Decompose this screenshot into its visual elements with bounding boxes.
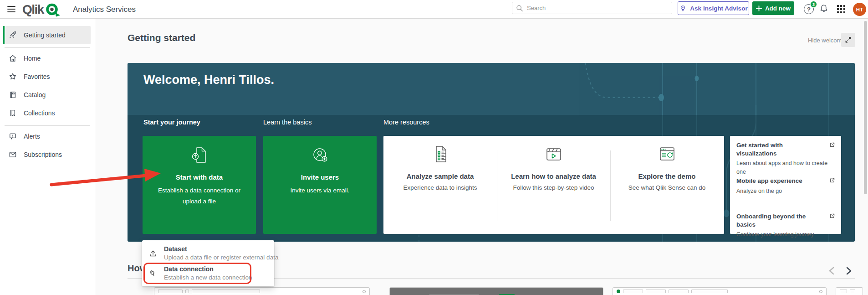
add-new-label: Add new xyxy=(765,5,791,12)
link-title: Mobile app experience xyxy=(736,177,837,185)
link-subtitle: Learn about apps and how to create one xyxy=(736,159,837,176)
card-title: Invite users xyxy=(263,173,377,181)
card-subtitle: Invite users via email. xyxy=(275,185,365,196)
learn-how-to-analyze-data-tile[interactable]: Learn how to analyze data Follow this st… xyxy=(497,136,610,234)
search-icon xyxy=(516,5,523,12)
link-subtitle: Analyze on the go xyxy=(736,187,837,196)
sidebar-item-favorites[interactable]: Favorites xyxy=(0,67,95,86)
invite-user-icon xyxy=(263,144,377,166)
app-title: Analytics Services xyxy=(73,5,136,14)
learning-links-card: Get started with visualizations Learn ab… xyxy=(730,136,841,234)
sidebar-item-collections[interactable]: Collections xyxy=(0,104,95,122)
bookmark-icon xyxy=(8,109,17,118)
sidebar-item-catalog[interactable]: Catalog xyxy=(0,86,95,104)
sidebar-item-subscriptions[interactable]: Subscriptions xyxy=(0,145,95,164)
plug-icon xyxy=(148,269,158,278)
section-title-learn-the-basics: Learn the basics xyxy=(263,119,311,126)
card-subtitle: Establish a data connection or upload a … xyxy=(154,185,245,207)
sidebar-item-home[interactable]: Home xyxy=(0,49,95,67)
menu-item-subtitle: Upload a data file or register external … xyxy=(164,254,278,261)
menu-item-title: Dataset xyxy=(164,245,187,253)
vertical-scrollbar[interactable] xyxy=(864,21,867,194)
carousel-prev-button[interactable] xyxy=(826,265,837,276)
video-thumbnail-3[interactable] xyxy=(613,287,827,295)
qlik-hub-screen: Qlik Analytics Services Ask Insight Advi… xyxy=(0,0,868,295)
expand-welcome-button[interactable] xyxy=(841,33,855,47)
search-box xyxy=(512,2,672,14)
external-link-icon xyxy=(829,141,836,148)
alert-bubble-icon xyxy=(8,132,17,141)
ask-insight-advisor-button[interactable]: Ask Insight Advisor xyxy=(678,1,749,15)
link-title: Onboarding beyond the basics xyxy=(736,212,837,228)
envelope-icon xyxy=(8,150,17,159)
main-content: Getting started Hide welcome xyxy=(96,19,868,295)
section-title-start-your-journey: Start your journey xyxy=(143,119,200,126)
menu-item-title: Data connection xyxy=(164,265,214,273)
sidebar-divider xyxy=(5,125,90,126)
home-icon xyxy=(8,54,17,63)
star-icon xyxy=(8,72,17,81)
ask-insight-advisor-label: Ask Insight Advisor xyxy=(690,5,747,12)
explore-the-demo-tile[interactable]: Explore the demo See what Qlik Sense can… xyxy=(610,136,724,234)
external-link-icon xyxy=(829,177,836,184)
document-checklist-icon xyxy=(383,143,497,165)
tile-subtitle: See what Qlik Sense can do xyxy=(615,184,719,191)
file-upload-icon xyxy=(143,144,256,166)
card-title: Start with data xyxy=(143,173,256,181)
topbar: Qlik Analytics Services Ask Insight Advi… xyxy=(0,0,868,19)
link-onboarding-beyond-the-basics[interactable]: Onboarding beyond the basics Continue yo… xyxy=(736,212,837,239)
rocket-icon xyxy=(8,31,17,40)
plus-icon xyxy=(756,5,762,11)
user-avatar[interactable]: HT xyxy=(853,3,866,16)
sidebar-divider xyxy=(5,47,90,48)
video-player-icon xyxy=(497,143,610,165)
qlik-logo[interactable]: Qlik xyxy=(22,2,61,17)
expand-icon xyxy=(845,36,852,43)
section-title-more-resources: More resources xyxy=(383,119,429,126)
external-link-icon xyxy=(829,212,836,219)
notification-badge: 3 xyxy=(810,1,817,8)
tile-title: Explore the demo xyxy=(610,172,724,180)
catalog-icon xyxy=(8,90,17,99)
link-title: Get started with visualizations xyxy=(736,141,837,157)
menu-item-data-connection[interactable]: Data connection Establish a new data con… xyxy=(142,264,274,284)
add-new-dropdown-menu: Dataset Upload a data file or register e… xyxy=(142,240,274,286)
invite-users-card[interactable]: Invite users Invite users via email. xyxy=(263,136,377,234)
tile-title: Analyze sample data xyxy=(383,172,497,180)
insight-advisor-icon xyxy=(679,5,687,12)
video-thumbnail-1[interactable] xyxy=(154,287,370,295)
bell-icon[interactable] xyxy=(819,4,828,13)
link-mobile-app-experience[interactable]: Mobile app experience Analyze on the go xyxy=(736,177,837,195)
hamburger-menu-icon[interactable] xyxy=(7,6,15,12)
app-launcher-grid-icon[interactable] xyxy=(837,5,845,13)
page-title: Getting started xyxy=(128,32,195,43)
tile-title: Learn how to analyze data xyxy=(497,172,610,180)
welcome-greeting: Welcome, Henri Tillos. xyxy=(143,73,274,87)
welcome-banner: Welcome, Henri Tillos. Start your journe… xyxy=(128,63,855,242)
start-with-data-card[interactable]: Start with data Establish a data connect… xyxy=(143,136,256,234)
video-thumbnail-2[interactable] xyxy=(389,287,603,295)
link-get-started-with-visualizations[interactable]: Get started with visualizations Learn ab… xyxy=(736,141,837,176)
upload-tray-icon xyxy=(148,249,158,258)
sidebar-item-alerts[interactable]: Alerts xyxy=(0,127,95,145)
analyze-sample-data-tile[interactable]: Analyze sample data Experience data to i… xyxy=(383,136,497,234)
help-button[interactable]: ? 3 xyxy=(803,3,817,16)
sidebar-item-getting-started[interactable]: Getting started xyxy=(0,26,95,44)
link-subtitle: Continue your learning journey xyxy=(736,230,837,239)
browser-demo-icon xyxy=(610,143,724,165)
tile-subtitle: Experience data to insights xyxy=(388,184,492,191)
sidebar: Getting started Home Favorites xyxy=(0,19,95,295)
add-new-button[interactable]: Add new xyxy=(752,1,794,15)
menu-item-dataset[interactable]: Dataset Upload a data file or register e… xyxy=(142,244,274,264)
search-input[interactable] xyxy=(527,5,668,11)
qlik-logo-mark-icon xyxy=(45,3,61,17)
hide-welcome-link[interactable]: Hide welcome xyxy=(808,37,845,44)
qlik-logo-text: Qlik xyxy=(22,2,44,17)
more-resources-card: Analyze sample data Experience data to i… xyxy=(383,136,724,234)
video-thumbnail-4[interactable] xyxy=(836,287,863,295)
tile-subtitle: Follow this step-by-step video xyxy=(501,184,606,191)
carousel-next-button[interactable] xyxy=(843,265,854,276)
menu-item-subtitle: Establish a new data connection xyxy=(164,274,252,281)
